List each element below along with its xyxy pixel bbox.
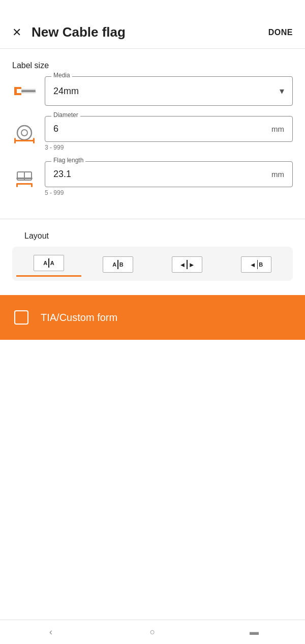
layout-divider-aa xyxy=(48,258,49,268)
bottom-nav: ‹ ○ ▬ xyxy=(0,620,305,644)
media-select-container: Media 24mm 12mm 18mm 36mm ▾ xyxy=(45,76,293,106)
nav-back-icon[interactable]: ‹ xyxy=(41,626,61,638)
tia-checkbox[interactable] xyxy=(14,310,28,325)
diameter-unit: mm xyxy=(271,125,284,133)
layout-option-aa[interactable]: A A xyxy=(16,255,81,277)
layout-option-arrow-b[interactable]: ◄ B xyxy=(224,256,289,277)
header: ✕ New Cable flag DONE xyxy=(0,0,305,48)
diameter-hint: 3 - 999 xyxy=(45,144,293,151)
layout-option-ab[interactable]: A B xyxy=(85,256,150,277)
layout-icon-aa: A A xyxy=(34,255,64,271)
layout-icon-ab: A B xyxy=(103,256,133,273)
diameter-icon xyxy=(12,123,37,145)
label-size-section-label: Label size xyxy=(0,49,305,76)
svg-point-7 xyxy=(21,130,27,136)
layout-section-label: Layout xyxy=(12,219,293,247)
diameter-field-group: Diameter mm 3 - 999 xyxy=(45,116,293,151)
flag-length-field-group: Flag length mm 5 - 999 xyxy=(45,161,293,196)
diameter-field-container: Diameter mm xyxy=(45,116,293,142)
tia-bar[interactable]: TIA/Custom form xyxy=(0,295,305,340)
svg-rect-3 xyxy=(21,90,36,92)
media-icon xyxy=(12,82,37,100)
close-button[interactable]: ✕ xyxy=(12,27,21,38)
media-row: Media 24mm 12mm 18mm 36mm ▾ xyxy=(12,76,293,106)
svg-rect-13 xyxy=(24,172,25,180)
layout-divider-arrows xyxy=(187,260,188,269)
svg-rect-2 xyxy=(14,93,21,95)
svg-rect-1 xyxy=(14,87,21,89)
layout-icon-arrow-b: ◄ B xyxy=(241,256,271,273)
layout-divider-ab xyxy=(117,260,118,269)
svg-rect-16 xyxy=(31,183,33,187)
flag-length-row: Flag length mm 5 - 999 xyxy=(12,161,293,196)
layout-option-arrows[interactable]: ◄ ► xyxy=(155,256,220,277)
flag-length-icon xyxy=(12,168,37,190)
flag-length-legend: Flag length xyxy=(51,157,85,164)
page-title: New Cable flag xyxy=(21,24,268,40)
label-size-form: Media 24mm 12mm 18mm 36mm ▾ xyxy=(0,76,305,219)
svg-rect-15 xyxy=(16,183,18,187)
layout-section: Layout A A A B ◄ ► xyxy=(0,219,305,281)
diameter-legend: Diameter xyxy=(51,111,80,119)
nav-menu-icon[interactable]: ▬ xyxy=(244,626,264,638)
svg-rect-5 xyxy=(21,93,36,93)
svg-rect-14 xyxy=(16,183,33,185)
layout-options: A A A B ◄ ► ◄ B xyxy=(12,247,293,281)
flag-length-hint: 5 - 999 xyxy=(45,189,293,196)
flag-length-unit: mm xyxy=(271,170,284,179)
svg-rect-8 xyxy=(14,140,35,141)
layout-icon-arrows: ◄ ► xyxy=(172,256,202,273)
flag-length-input[interactable] xyxy=(53,169,267,180)
spacer xyxy=(0,340,305,442)
svg-point-6 xyxy=(17,126,32,140)
diameter-row: Diameter mm 3 - 999 xyxy=(12,116,293,151)
done-button[interactable]: DONE xyxy=(268,28,293,37)
layout-divider-arrow-b xyxy=(257,260,258,269)
diameter-input[interactable] xyxy=(53,124,267,134)
svg-rect-9 xyxy=(14,138,16,143)
svg-rect-4 xyxy=(21,89,36,90)
nav-home-icon[interactable]: ○ xyxy=(142,626,163,638)
media-legend: Media xyxy=(51,72,72,79)
tia-label: TIA/Custom form xyxy=(41,312,117,324)
media-select[interactable]: 24mm 12mm 18mm 36mm xyxy=(45,77,292,105)
svg-rect-10 xyxy=(33,138,35,143)
flag-length-field-container: Flag length mm xyxy=(45,161,293,187)
